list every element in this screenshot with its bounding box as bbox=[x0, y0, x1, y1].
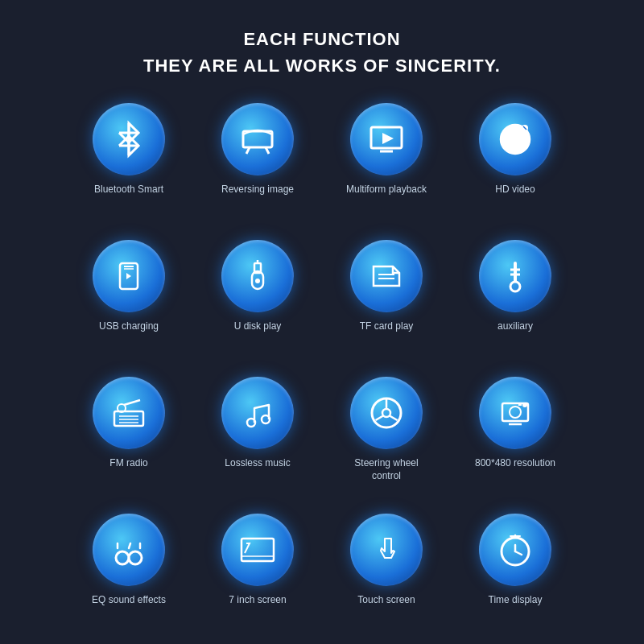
svg-rect-31 bbox=[114, 411, 143, 426]
svg-line-36 bbox=[124, 400, 140, 405]
svg-marker-7 bbox=[382, 133, 394, 144]
hdvideo-label: HD video bbox=[495, 184, 535, 196]
steering-label: Steering wheel control bbox=[342, 457, 431, 482]
lossless-icon bbox=[221, 377, 294, 449]
feature-item-seveninch: 7 inch screen bbox=[193, 506, 322, 642]
feature-item-bluetooth: Bluetooth Smart bbox=[64, 95, 193, 232]
hdvideo-icon bbox=[479, 103, 551, 175]
svg-line-54 bbox=[129, 543, 130, 548]
feature-item-udisk: U disk play bbox=[193, 232, 322, 369]
feature-item-fmradio: FM radio bbox=[64, 369, 193, 506]
features-grid: Bluetooth Smart Reversing image Multifor… bbox=[64, 95, 580, 642]
eq-icon bbox=[93, 514, 165, 586]
svg-point-41 bbox=[382, 409, 390, 417]
feature-item-auxiliary: auxiliary bbox=[451, 232, 580, 369]
bluetooth-label: Bluetooth Smart bbox=[94, 184, 163, 196]
lossless-label: Lossless music bbox=[225, 457, 290, 470]
feature-item-resolution: 800*480 resolution bbox=[451, 369, 580, 506]
feature-item-multiform: Multiform playback bbox=[322, 95, 451, 232]
svg-point-47 bbox=[522, 402, 527, 407]
auxiliary-icon bbox=[479, 240, 551, 312]
steering-icon bbox=[350, 377, 423, 449]
svg-point-24 bbox=[255, 279, 260, 283]
svg-line-44 bbox=[390, 416, 398, 421]
tfcard-label: TF card play bbox=[360, 320, 414, 333]
touchscreen-label: Touch screen bbox=[357, 594, 415, 607]
svg-rect-3 bbox=[243, 131, 272, 147]
svg-point-46 bbox=[510, 407, 521, 418]
feature-item-steering: Steering wheel control bbox=[322, 369, 451, 506]
fmradio-icon bbox=[93, 377, 165, 449]
feature-item-usb: USB charging bbox=[64, 232, 193, 369]
time-icon bbox=[479, 514, 551, 586]
usb-icon bbox=[93, 240, 165, 312]
feature-item-touchscreen: Touch screen bbox=[322, 506, 451, 642]
feature-item-time: Time display bbox=[451, 506, 580, 642]
svg-point-28 bbox=[510, 282, 520, 291]
header-line2: THEY ARE ALL WORKS OF SINCERITY. bbox=[143, 56, 501, 76]
reversing-label: Reversing image bbox=[221, 184, 294, 196]
multiform-label: Multiform playback bbox=[346, 184, 427, 196]
auxiliary-label: auxiliary bbox=[497, 320, 533, 333]
seveninch-label: 7 inch screen bbox=[229, 594, 286, 607]
svg-line-61 bbox=[515, 551, 522, 555]
feature-item-hdvideo: HD video bbox=[451, 95, 580, 232]
resolution-label: 800*480 resolution bbox=[475, 457, 555, 470]
svg-line-43 bbox=[376, 416, 384, 421]
multiform-icon bbox=[350, 103, 423, 175]
seveninch-icon bbox=[221, 514, 294, 586]
feature-item-reversing: Reversing image bbox=[193, 95, 322, 232]
resolution-icon bbox=[479, 377, 551, 449]
svg-point-50 bbox=[116, 551, 129, 564]
udisk-label: U disk play bbox=[234, 320, 282, 333]
feature-item-lossless: Lossless music bbox=[193, 369, 322, 506]
reversing-icon bbox=[221, 103, 294, 175]
time-label: Time display bbox=[489, 594, 543, 607]
svg-point-51 bbox=[129, 551, 142, 564]
udisk-icon bbox=[221, 240, 294, 312]
eq-label: EQ sound effects bbox=[92, 594, 166, 607]
touchscreen-icon bbox=[350, 514, 423, 586]
feature-item-eq: EQ sound effects bbox=[64, 506, 193, 642]
usb-label: USB charging bbox=[99, 320, 159, 333]
feature-item-tfcard: TF card play bbox=[322, 232, 451, 369]
svg-point-11 bbox=[513, 137, 518, 142]
fmradio-label: FM radio bbox=[109, 457, 147, 470]
page-header: EACH FUNCTION THEY ARE ALL WORKS OF SINC… bbox=[143, 26, 501, 79]
header-line1: EACH FUNCTION bbox=[243, 29, 400, 49]
tfcard-icon bbox=[350, 240, 423, 312]
bluetooth-icon bbox=[93, 103, 165, 175]
